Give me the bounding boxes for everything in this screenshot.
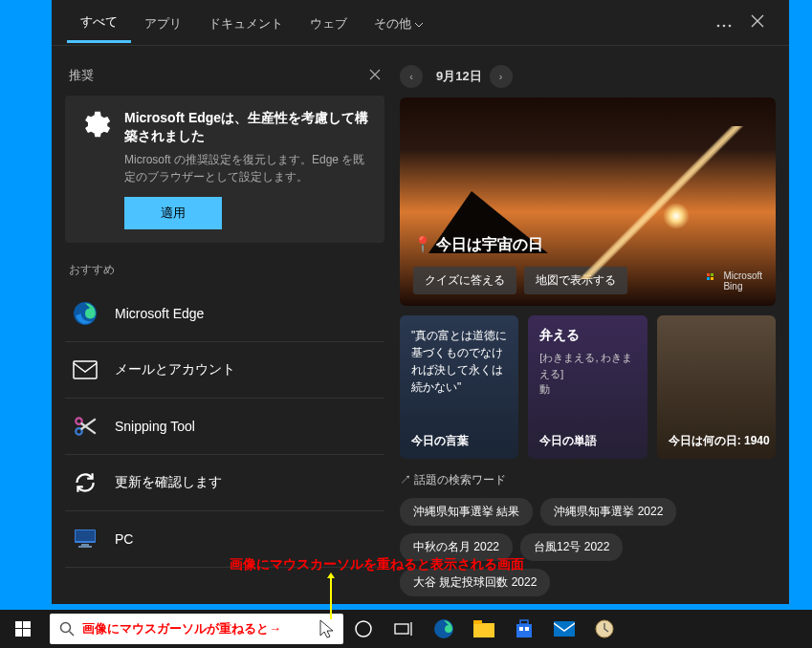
edge-icon [73,301,98,326]
svg-point-20 [356,621,371,637]
svg-rect-26 [520,620,528,624]
svg-rect-16 [23,621,31,628]
svg-rect-17 [15,629,22,637]
start-button[interactable] [0,610,46,648]
recommendation-section-title: 推奨 [69,67,94,84]
taskbar-edge-icon[interactable] [424,610,464,648]
tab-all[interactable]: すべて [67,2,131,43]
recommendation-close-button[interactable] [369,67,381,84]
list-item-edge[interactable]: Microsoft Edge [65,286,384,342]
pc-icon [73,527,98,551]
apply-button[interactable]: 適用 [124,197,222,229]
tab-web[interactable]: ウェブ [296,4,361,42]
list-item-label: メールとアカウント [115,361,235,378]
list-item-mail[interactable]: メールとアカウント [65,342,384,399]
word-text: 弁える [539,327,635,344]
svg-rect-29 [554,621,575,637]
hero-quiz-button[interactable]: クイズに答える [413,267,516,294]
svg-point-0 [717,24,720,27]
trending-chip[interactable]: 沖縄県知事選挙 結果 [400,498,533,526]
chevron-down-icon [415,23,423,28]
word-pos: 動 [539,381,635,398]
taskbar-explorer-icon[interactable] [464,610,504,648]
windows-icon [15,621,31,637]
date-next-button[interactable]: › [490,65,513,88]
svg-rect-12 [711,273,713,276]
svg-rect-24 [473,620,482,624]
recommendation-card: Microsoft Edgeは、生産性を考慮して構築されました Microsof… [65,96,384,243]
taskbar: 画像にマウスガーソルが重ねると→ [0,610,812,648]
close-button[interactable] [741,5,774,41]
cursor-icon [318,618,336,639]
gear-icon [78,109,111,229]
card-footer-label: 今日は何の日: 1940 [669,433,770,449]
refresh-icon [73,470,98,495]
trending-section: 話題の検索ワード 沖縄県知事選挙 結果 沖縄県知事選挙 2022 中秋の名月 2… [400,472,776,596]
svg-rect-23 [473,623,494,637]
svg-rect-28 [525,627,529,631]
svg-rect-13 [707,277,710,280]
card-footer-label: 今日の単語 [539,433,597,449]
trending-chip[interactable]: 台風12号 2022 [520,533,623,561]
list-item-snipping[interactable]: Snipping Tool [65,399,384,455]
recommendation-heading: Microsoft Edgeは、生産性を考慮して構築されました [124,109,371,145]
svg-rect-25 [516,624,532,637]
cortana-button[interactable] [343,610,384,648]
osusume-section-title: おすすめ [69,262,381,278]
svg-rect-14 [711,277,713,280]
mail-icon [73,357,98,382]
hero-card[interactable]: 📍 今日は宇宙の日 クイズに答える 地図で表示する Microsoft Bing [400,97,776,306]
searchbox-annotation: 画像にマウスガーソルが重ねると→ [82,620,281,637]
quote-card[interactable]: "真の富とは道徳に基づくものでなければ決して永くは続かない" 今日の言葉 [400,315,518,459]
svg-point-19 [61,623,71,633]
word-reading: [わきまえる, わきまえる] [539,350,635,381]
svg-point-2 [729,24,732,27]
svg-rect-27 [519,627,523,631]
taskbar-clock-icon[interactable] [584,610,625,648]
svg-rect-18 [23,629,31,637]
svg-rect-4 [74,361,97,378]
taskbar-store-icon[interactable] [504,610,544,648]
date-navigation: ‹ 9月12日 › [400,65,776,88]
tab-more[interactable]: その他 [361,4,436,42]
word-card[interactable]: 弁える [わきまえる, わきまえる] 動 今日の単語 [528,315,647,459]
more-options-button[interactable] [707,5,741,41]
list-item-update[interactable]: 更新を確認します [65,455,384,511]
scissors-icon [73,414,98,439]
history-card[interactable]: 今日は何の日: 1940 [657,315,776,459]
svg-rect-9 [81,544,89,546]
card-footer-label: 今日の言葉 [411,433,469,449]
svg-rect-15 [15,621,22,628]
taskbar-search-box[interactable]: 画像にマウスガーソルが重ねると→ [50,614,343,644]
trending-chip[interactable]: 沖縄県知事選挙 2022 [540,498,676,526]
taskbar-mail-icon[interactable] [544,610,584,648]
list-item-label: 更新を確認します [115,474,222,491]
date-label: 9月12日 [436,68,482,85]
list-item-label: Microsoft Edge [115,306,204,321]
tab-apps[interactable]: アプリ [131,4,195,42]
recommendation-description: Microsoft の推奨設定を復元します。Edge を既定のブラウザーとして設… [124,151,371,185]
list-item-label: Snipping Tool [115,419,195,434]
tab-documents[interactable]: ドキュメント [195,4,296,42]
quote-text: "真の富とは道徳に基づくものでなければ決して永くは続かない" [411,327,507,396]
tabs-bar: すべて アプリ ドキュメント ウェブ その他 [52,0,789,46]
annotation-arrow [330,577,332,619]
svg-rect-8 [76,530,95,541]
bing-logo: Microsoft Bing [707,270,762,292]
annotation-text: 画像にマウスカーソルを重ねると表示される画面 [230,556,524,573]
taskview-button[interactable] [384,610,424,648]
svg-point-1 [723,24,726,27]
list-item-label: PC [115,531,133,547]
search-panel: すべて アプリ ドキュメント ウェブ その他 推奨 Microsoft Edge… [52,0,789,604]
svg-rect-21 [395,624,408,634]
hero-map-button[interactable]: 地図で表示する [524,267,627,294]
svg-rect-11 [707,273,710,276]
hero-title: 📍 今日は宇宙の日 [413,235,762,255]
date-prev-button[interactable]: ‹ [400,65,423,88]
trending-title: 話題の検索ワード [400,472,776,488]
svg-rect-10 [78,546,92,548]
search-icon [59,621,75,637]
